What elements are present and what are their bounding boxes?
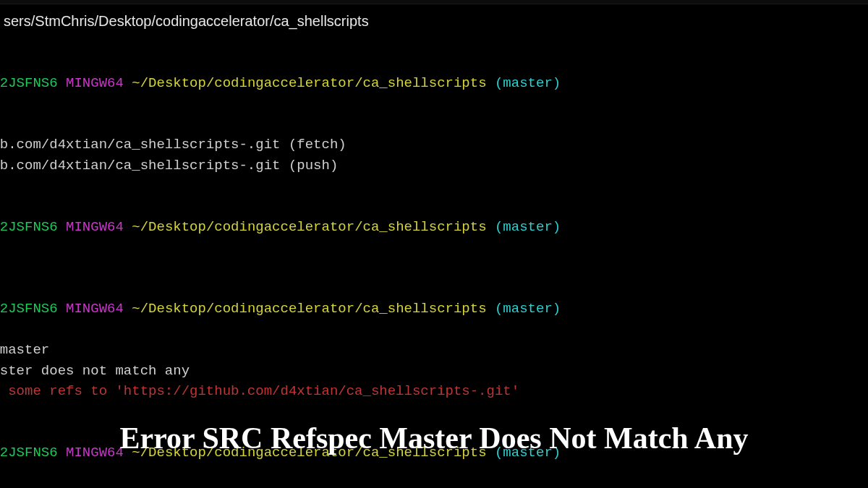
env: MINGW64 xyxy=(66,219,124,235)
cwd: ~/Desktop/codingaccelerator/ca_shellscri… xyxy=(132,301,486,317)
image-caption: Error SRC Refspec Master Does Not Match … xyxy=(0,421,868,455)
prompt-line-3: P-B2JSFNS6 MINGW64 ~/Desktop/codingaccel… xyxy=(0,278,868,341)
branch: (master) xyxy=(495,219,561,235)
output-line: / xyxy=(0,114,868,135)
cwd: ~/Desktop/codingaccelerator/ca_shellscri… xyxy=(132,219,486,235)
error-refspec-line: spec master does not match any xyxy=(0,361,868,382)
prompt-line-2: P-B2JSFNS6 MINGW64 ~/Desktop/codingaccel… xyxy=(0,196,868,258)
current-path: sers/StmChris/Desktop/codingaccelerator/… xyxy=(0,10,868,32)
env: MINGW64 xyxy=(66,301,124,317)
remote-fetch-line: //github.com/d4xtian/ca_shellscripts-.gi… xyxy=(0,134,868,155)
branch: (master) xyxy=(495,301,561,317)
terminal-output: sers/StmChris/Desktop/codingaccelerator/… xyxy=(0,4,868,484)
cwd: ~/Desktop/codingaccelerator/ca_shellscri… xyxy=(132,75,486,91)
remote-push-line: //github.com/d4xtian/ca_shellscripts-.gi… xyxy=(0,155,868,176)
host: P-B2JSFNS6 xyxy=(0,75,58,91)
host: P-B2JSFNS6 xyxy=(0,219,58,235)
prompt-line-1: P-B2JSFNS6 MINGW64 ~/Desktop/codingaccel… xyxy=(0,52,868,114)
error-push-failed-line: to push some refs to 'https://github.com… xyxy=(0,381,868,402)
host: P-B2JSFNS6 xyxy=(0,301,58,317)
git-command-line: origin master xyxy=(0,340,868,361)
branch: (master) xyxy=(495,75,561,91)
env: MINGW64 xyxy=(66,75,124,91)
